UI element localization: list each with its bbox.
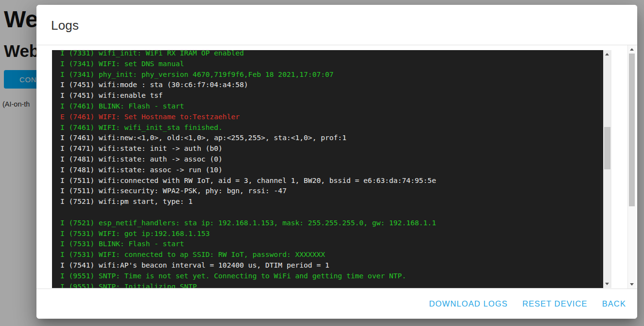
log-line xyxy=(60,207,603,217)
log-line: I (7451) wifi:enable tsf xyxy=(60,90,603,101)
content-scrollbar-thumb[interactable] xyxy=(629,54,635,206)
log-lines: I (7331) wifi_init: WiFi RX IRAM OP enab… xyxy=(52,50,603,288)
log-line: I (9551) SNTP: Time is not set yet. Conn… xyxy=(60,271,603,281)
log-line: I (7521) wifi:pm start, type: 1 xyxy=(60,196,603,207)
log-line: E (7461) WIFI: Set Hostname to:Testzaehl… xyxy=(60,111,603,122)
log-line: I (7331) wifi_init: WiFi RX IRAM OP enab… xyxy=(60,50,603,58)
log-line: I (7511) wifi:security: WPA2-PSK, phy: b… xyxy=(60,185,603,196)
log-line: I (7461) BLINK: Flash - start xyxy=(60,101,603,111)
dialog-footer: DOWNLOAD LOGS RESET DEVICE BACK xyxy=(36,289,637,319)
log-line: I (9551) SNTP: Initializing SNTP xyxy=(60,281,603,288)
log-line: I (7481) wifi:state: auth -> assoc (0) xyxy=(60,154,603,164)
log-console-viewport: I (7331) wifi_init: WiFi RX IRAM OP enab… xyxy=(52,50,603,288)
log-line: I (7531) WIFI: got ip:192.168.1.153 xyxy=(60,228,603,239)
dialog-title: Logs xyxy=(51,18,79,33)
scroll-down-icon[interactable] xyxy=(603,280,611,288)
scroll-up-icon[interactable] xyxy=(628,45,636,54)
log-line: I (7531) BLINK: Flash - start xyxy=(60,238,603,249)
log-line: I (7471) wifi:state: init -> auth (b0) xyxy=(60,143,603,154)
dialog-header: Logs xyxy=(36,5,637,45)
scroll-up-icon[interactable] xyxy=(603,50,611,58)
log-line: I (7521) esp_netif_handlers: sta ip: 192… xyxy=(60,217,603,228)
log-line: I (7341) WIFI: set DNS manual xyxy=(60,58,603,69)
log-line: I (7461) wifi:new:<1,0>, old:<1,0>, ap:<… xyxy=(60,132,603,143)
log-line: I (7451) wifi:mode : sta (30:c6:f7:04:a4… xyxy=(60,79,603,90)
log-line: I (7541) wifi:AP's beacon interval = 102… xyxy=(60,260,603,271)
scroll-down-icon[interactable] xyxy=(628,280,636,289)
log-scrollbar[interactable] xyxy=(603,50,611,288)
log-line: I (7461) WIFI: wifi_init_sta finished. xyxy=(60,122,603,133)
log-line: I (7341) phy_init: phy_version 4670,719f… xyxy=(60,69,603,80)
log-console[interactable]: I (7331) wifi_init: WiFi RX IRAM OP enab… xyxy=(52,50,611,288)
log-scrollbar-thumb[interactable] xyxy=(604,127,610,169)
back-button[interactable]: BACK xyxy=(602,299,626,308)
log-line: I (7481) wifi:state: assoc -> run (10) xyxy=(60,164,603,175)
logs-dialog: Logs I (7331) wifi_init: WiFi RX IRAM OP… xyxy=(36,5,637,319)
screen: We Web CON (AI-on-th Logs I (7331) wifi_… xyxy=(0,0,644,326)
download-logs-button[interactable]: DOWNLOAD LOGS xyxy=(429,299,508,308)
content-scrollbar[interactable] xyxy=(627,45,636,289)
log-line: I (7531) WIFI: connected to ap SSID: RW … xyxy=(60,249,603,260)
dialog-content: I (7331) wifi_init: WiFi RX IRAM OP enab… xyxy=(36,45,637,289)
reset-device-button[interactable]: RESET DEVICE xyxy=(522,299,588,308)
log-line: I (7511) wifi:connected with RW IoT, aid… xyxy=(60,175,603,186)
